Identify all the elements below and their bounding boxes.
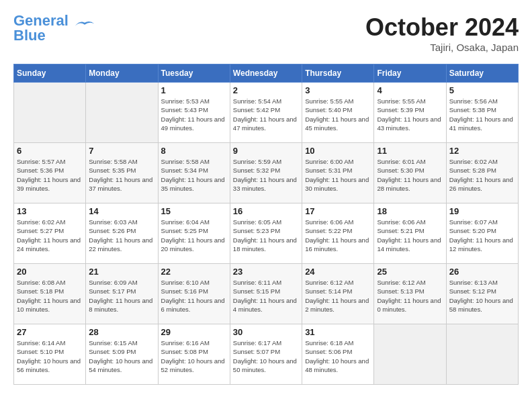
calendar-cell: 10Sunrise: 6:00 AM Sunset: 5:31 PM Dayli… <box>302 143 374 203</box>
day-number: 18 <box>377 206 443 216</box>
weekday-header-saturday: Saturday <box>446 64 518 83</box>
day-number: 6 <box>17 146 83 156</box>
calendar-table: SundayMondayTuesdayWednesdayThursdayFrid… <box>13 64 519 385</box>
day-number: 3 <box>305 85 371 95</box>
weekday-header-thursday: Thursday <box>302 64 374 83</box>
day-number: 17 <box>305 206 371 216</box>
calendar-cell: 2Sunrise: 5:54 AM Sunset: 5:42 PM Daylig… <box>230 83 302 143</box>
day-info: Sunrise: 6:13 AM Sunset: 5:12 PM Dayligh… <box>449 278 515 314</box>
calendar-cell: 8Sunrise: 5:58 AM Sunset: 5:34 PM Daylig… <box>158 143 230 203</box>
calendar-cell: 21Sunrise: 6:09 AM Sunset: 5:17 PM Dayli… <box>86 264 158 324</box>
calendar-cell: 30Sunrise: 6:17 AM Sunset: 5:07 PM Dayli… <box>230 324 302 385</box>
day-info: Sunrise: 5:58 AM Sunset: 5:35 PM Dayligh… <box>89 157 154 193</box>
calendar-cell: 1Sunrise: 5:53 AM Sunset: 5:43 PM Daylig… <box>158 83 230 143</box>
day-info: Sunrise: 6:16 AM Sunset: 5:08 PM Dayligh… <box>161 338 227 374</box>
day-info: Sunrise: 5:55 AM Sunset: 5:39 PM Dayligh… <box>377 97 443 132</box>
day-info: Sunrise: 6:01 AM Sunset: 5:30 PM Dayligh… <box>377 157 443 193</box>
day-number: 26 <box>449 267 515 277</box>
calendar-cell: 22Sunrise: 6:10 AM Sunset: 5:16 PM Dayli… <box>158 264 230 324</box>
weekday-header-tuesday: Tuesday <box>158 64 230 83</box>
day-info: Sunrise: 6:12 AM Sunset: 5:13 PM Dayligh… <box>377 278 443 314</box>
day-info: Sunrise: 5:59 AM Sunset: 5:32 PM Dayligh… <box>233 157 299 193</box>
day-number: 27 <box>17 327 83 337</box>
calendar-cell: 13Sunrise: 6:02 AM Sunset: 5:27 PM Dayli… <box>14 203 86 264</box>
weekday-header-wednesday: Wednesday <box>230 64 302 83</box>
day-info: Sunrise: 6:02 AM Sunset: 5:27 PM Dayligh… <box>17 218 83 253</box>
day-number: 31 <box>305 327 371 337</box>
calendar-cell: 15Sunrise: 6:04 AM Sunset: 5:25 PM Dayli… <box>158 203 230 264</box>
day-number: 10 <box>305 146 371 156</box>
logo: GeneralBlue <box>13 13 98 43</box>
day-info: Sunrise: 6:05 AM Sunset: 5:23 PM Dayligh… <box>233 218 299 253</box>
calendar-cell: 6Sunrise: 5:57 AM Sunset: 5:36 PM Daylig… <box>14 143 86 203</box>
day-number: 24 <box>305 267 371 277</box>
day-number: 8 <box>161 146 227 156</box>
day-number: 4 <box>377 85 443 95</box>
title-block: October 2024 Tajiri, Osaka, Japan <box>365 13 519 53</box>
weekday-header-friday: Friday <box>374 64 446 83</box>
logo-text: GeneralBlue <box>13 13 69 43</box>
day-number: 14 <box>89 206 154 216</box>
day-number: 23 <box>233 267 299 277</box>
calendar-week-1: 1Sunrise: 5:53 AM Sunset: 5:43 PM Daylig… <box>14 83 519 143</box>
calendar-header-row: SundayMondayTuesdayWednesdayThursdayFrid… <box>14 64 519 83</box>
calendar-cell: 11Sunrise: 6:01 AM Sunset: 5:30 PM Dayli… <box>374 143 446 203</box>
day-info: Sunrise: 6:14 AM Sunset: 5:10 PM Dayligh… <box>17 338 83 374</box>
calendar-cell: 29Sunrise: 6:16 AM Sunset: 5:08 PM Dayli… <box>158 324 230 385</box>
day-number: 28 <box>89 327 154 337</box>
calendar-cell: 26Sunrise: 6:13 AM Sunset: 5:12 PM Dayli… <box>446 264 518 324</box>
day-info: Sunrise: 6:17 AM Sunset: 5:07 PM Dayligh… <box>233 338 299 374</box>
day-number: 30 <box>233 327 299 337</box>
day-number: 11 <box>377 146 443 156</box>
day-number: 21 <box>89 267 154 277</box>
calendar-cell: 24Sunrise: 6:12 AM Sunset: 5:14 PM Dayli… <box>302 264 374 324</box>
calendar-cell: 17Sunrise: 6:06 AM Sunset: 5:22 PM Dayli… <box>302 203 374 264</box>
calendar-cell: 7Sunrise: 5:58 AM Sunset: 5:35 PM Daylig… <box>86 143 158 203</box>
calendar-week-5: 27Sunrise: 6:14 AM Sunset: 5:10 PM Dayli… <box>14 324 519 385</box>
day-info: Sunrise: 6:02 AM Sunset: 5:28 PM Dayligh… <box>449 157 515 193</box>
day-info: Sunrise: 6:09 AM Sunset: 5:17 PM Dayligh… <box>89 278 154 314</box>
day-number: 13 <box>17 206 83 216</box>
day-info: Sunrise: 6:06 AM Sunset: 5:22 PM Dayligh… <box>305 218 371 253</box>
calendar-cell: 3Sunrise: 5:55 AM Sunset: 5:40 PM Daylig… <box>302 83 374 143</box>
day-number: 5 <box>449 85 515 95</box>
day-info: Sunrise: 5:55 AM Sunset: 5:40 PM Dayligh… <box>305 97 371 132</box>
day-number: 16 <box>233 206 299 216</box>
day-info: Sunrise: 6:18 AM Sunset: 5:06 PM Dayligh… <box>305 338 371 374</box>
calendar-cell: 20Sunrise: 6:08 AM Sunset: 5:18 PM Dayli… <box>14 264 86 324</box>
calendar-week-3: 13Sunrise: 6:02 AM Sunset: 5:27 PM Dayli… <box>14 203 519 264</box>
day-info: Sunrise: 5:58 AM Sunset: 5:34 PM Dayligh… <box>161 157 227 193</box>
calendar-week-2: 6Sunrise: 5:57 AM Sunset: 5:36 PM Daylig… <box>14 143 519 203</box>
page-header: GeneralBlue October 2024 Tajiri, Osaka, … <box>13 13 519 53</box>
day-number: 12 <box>449 146 515 156</box>
day-info: Sunrise: 5:54 AM Sunset: 5:42 PM Dayligh… <box>233 97 299 132</box>
calendar-cell: 27Sunrise: 6:14 AM Sunset: 5:10 PM Dayli… <box>14 324 86 385</box>
day-info: Sunrise: 6:00 AM Sunset: 5:31 PM Dayligh… <box>305 157 371 193</box>
location-text: Tajiri, Osaka, Japan <box>365 42 519 53</box>
day-info: Sunrise: 6:15 AM Sunset: 5:09 PM Dayligh… <box>89 338 154 374</box>
day-info: Sunrise: 5:56 AM Sunset: 5:38 PM Dayligh… <box>449 97 515 132</box>
calendar-cell <box>374 324 446 385</box>
calendar-body: 1Sunrise: 5:53 AM Sunset: 5:43 PM Daylig… <box>14 83 519 385</box>
calendar-week-4: 20Sunrise: 6:08 AM Sunset: 5:18 PM Dayli… <box>14 264 519 324</box>
day-info: Sunrise: 6:04 AM Sunset: 5:25 PM Dayligh… <box>161 218 227 253</box>
calendar-cell: 28Sunrise: 6:15 AM Sunset: 5:09 PM Dayli… <box>86 324 158 385</box>
calendar-cell: 5Sunrise: 5:56 AM Sunset: 5:38 PM Daylig… <box>446 83 518 143</box>
day-info: Sunrise: 5:53 AM Sunset: 5:43 PM Dayligh… <box>161 97 227 132</box>
day-info: Sunrise: 6:06 AM Sunset: 5:21 PM Dayligh… <box>377 218 443 253</box>
month-title: October 2024 <box>365 13 519 42</box>
calendar-cell <box>86 83 158 143</box>
day-info: Sunrise: 5:57 AM Sunset: 5:36 PM Dayligh… <box>17 157 83 193</box>
day-number: 9 <box>233 146 299 156</box>
day-number: 22 <box>161 267 227 277</box>
weekday-header-sunday: Sunday <box>14 64 86 83</box>
day-info: Sunrise: 6:08 AM Sunset: 5:18 PM Dayligh… <box>17 278 83 314</box>
calendar-cell: 19Sunrise: 6:07 AM Sunset: 5:20 PM Dayli… <box>446 203 518 264</box>
calendar-cell: 25Sunrise: 6:12 AM Sunset: 5:13 PM Dayli… <box>374 264 446 324</box>
calendar-cell <box>446 324 518 385</box>
calendar-cell: 12Sunrise: 6:02 AM Sunset: 5:28 PM Dayli… <box>446 143 518 203</box>
calendar-cell: 16Sunrise: 6:05 AM Sunset: 5:23 PM Dayli… <box>230 203 302 264</box>
calendar-cell: 4Sunrise: 5:55 AM Sunset: 5:39 PM Daylig… <box>374 83 446 143</box>
day-info: Sunrise: 6:07 AM Sunset: 5:20 PM Dayligh… <box>449 218 515 253</box>
day-info: Sunrise: 6:11 AM Sunset: 5:15 PM Dayligh… <box>233 278 299 314</box>
